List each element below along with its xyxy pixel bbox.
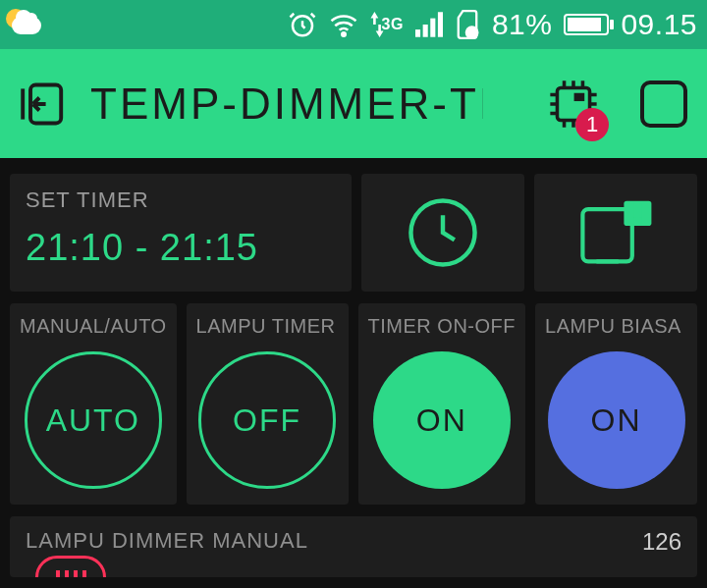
svg-rect-5 [438, 12, 443, 36]
svg-rect-2 [415, 29, 420, 37]
svg-point-1 [342, 32, 346, 36]
dimmer-slider-card[interactable]: LAMPU DIMMER MANUAL 126 [10, 516, 697, 577]
svg-rect-8 [470, 34, 472, 36]
svg-rect-15 [635, 205, 639, 216]
svg-rect-7 [470, 27, 472, 33]
dimmer-value: 126 [642, 528, 681, 556]
control-row: MANUAL/AUTO AUTO LAMPU TIMER OFF TIMER O… [10, 303, 697, 505]
alarm-icon [288, 10, 317, 39]
control-label: MANUAL/AUTO [20, 315, 167, 338]
mobile-data-icon: 3G [370, 12, 404, 37]
menu-button[interactable] [638, 79, 689, 130]
lampu-biasa-toggle[interactable]: ON [548, 351, 685, 489]
control-value: ON [591, 402, 642, 439]
dimmer-slider-handle[interactable] [35, 556, 106, 577]
set-timer-value: 21:10 - 21:15 [26, 227, 336, 269]
control-label: LAMPU TIMER [196, 315, 336, 338]
control-label: TIMER ON-OFF [368, 315, 516, 338]
timer-onoff-toggle[interactable]: ON [373, 351, 511, 489]
signal-icon [415, 12, 443, 37]
svg-rect-4 [430, 19, 435, 37]
svg-rect-11 [575, 94, 582, 99]
devices-button[interactable]: 1 [548, 79, 599, 130]
control-value: OFF [233, 402, 301, 439]
back-button[interactable] [18, 79, 69, 130]
control-lampu-biasa: LAMPU BIASA ON [535, 303, 697, 505]
app-header: TEMP-DIMMER-TIM 1 [0, 49, 707, 158]
dimmer-label: LAMPU DIMMER MANUAL [26, 528, 308, 554]
weather-icon [6, 9, 43, 40]
battery-percent-label: 81% [492, 8, 553, 41]
clock-button[interactable] [361, 174, 524, 292]
set-timer-label: SET TIMER [26, 187, 336, 213]
android-status-bar: 3G 81% 09.15 [0, 0, 707, 49]
clock-label: 09.15 [621, 8, 697, 41]
control-value: AUTO [46, 402, 140, 439]
set-timer-card[interactable]: SET TIMER 21:10 - 21:15 [10, 174, 352, 292]
control-value: ON [416, 402, 467, 439]
svg-rect-16 [635, 219, 639, 223]
manual-auto-toggle[interactable]: AUTO [25, 351, 162, 489]
wifi-icon [329, 12, 358, 37]
control-lampu-timer: LAMPU TIMER OFF [187, 303, 349, 505]
control-manual-auto: MANUAL/AUTO AUTO [10, 303, 177, 505]
control-label: LAMPU BIASA [545, 315, 681, 338]
battery-icon [564, 14, 609, 35]
app-title: TEMP-DIMMER-TIM [90, 80, 483, 129]
lampu-timer-toggle[interactable]: OFF [198, 351, 336, 489]
device-alert-button[interactable] [534, 174, 697, 292]
svg-rect-3 [423, 25, 428, 37]
devices-badge: 1 [575, 108, 609, 141]
sim-alert-icon [455, 10, 480, 39]
network-type-label: 3G [382, 16, 404, 33]
control-timer-onoff: TIMER ON-OFF ON [358, 303, 525, 505]
